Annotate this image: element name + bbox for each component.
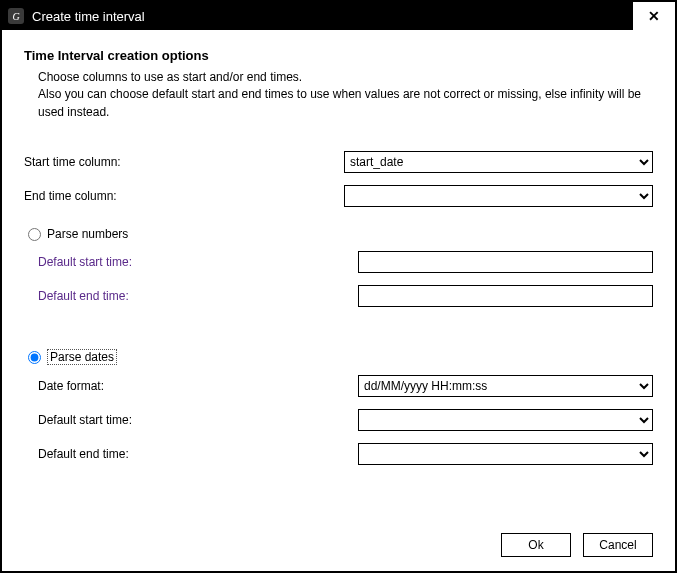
dates-default-start-row: Default start time:: [24, 409, 653, 431]
close-icon: ✕: [648, 8, 660, 24]
start-column-row: Start time column: start_date: [24, 151, 653, 173]
start-column-select[interactable]: start_date: [344, 151, 653, 173]
parse-dates-radio-label: Parse dates: [47, 349, 117, 365]
numbers-default-end-label: Default end time:: [38, 289, 358, 303]
cancel-button[interactable]: Cancel: [583, 533, 653, 557]
numbers-default-end-input[interactable]: [358, 285, 653, 307]
parse-numbers-radio-input[interactable]: [28, 228, 41, 241]
date-format-select[interactable]: dd/MM/yyyy HH:mm:ss: [358, 375, 653, 397]
start-column-label: Start time column:: [24, 155, 344, 169]
numbers-default-start-row: Default start time:: [24, 251, 653, 273]
section-heading: Time Interval creation options: [24, 48, 653, 63]
dialog-button-row: Ok Cancel: [24, 523, 653, 557]
dates-default-start-select[interactable]: [358, 409, 653, 431]
parse-dates-radio-input[interactable]: [28, 351, 41, 364]
numbers-default-start-input[interactable]: [358, 251, 653, 273]
section-description: Choose columns to use as start and/or en…: [38, 69, 653, 121]
date-format-label: Date format:: [38, 379, 358, 393]
end-column-row: End time column:: [24, 185, 653, 207]
end-column-select[interactable]: [344, 185, 653, 207]
app-icon: G: [8, 8, 24, 24]
dates-default-start-label: Default start time:: [38, 413, 358, 427]
numbers-default-end-row: Default end time:: [24, 285, 653, 307]
parse-dates-radio[interactable]: Parse dates: [28, 349, 653, 365]
dates-default-end-select[interactable]: [358, 443, 653, 465]
date-format-row: Date format: dd/MM/yyyy HH:mm:ss: [24, 375, 653, 397]
dialog-content: Time Interval creation options Choose co…: [2, 30, 675, 571]
parse-numbers-radio[interactable]: Parse numbers: [28, 227, 653, 241]
ok-button[interactable]: Ok: [501, 533, 571, 557]
dates-default-end-label: Default end time:: [38, 447, 358, 461]
titlebar: G Create time interval ✕: [2, 2, 675, 30]
numbers-default-start-label: Default start time:: [38, 255, 358, 269]
dates-default-end-row: Default end time:: [24, 443, 653, 465]
end-column-label: End time column:: [24, 189, 344, 203]
window-title: Create time interval: [32, 9, 633, 24]
parse-numbers-radio-label: Parse numbers: [47, 227, 128, 241]
close-button[interactable]: ✕: [633, 2, 675, 30]
